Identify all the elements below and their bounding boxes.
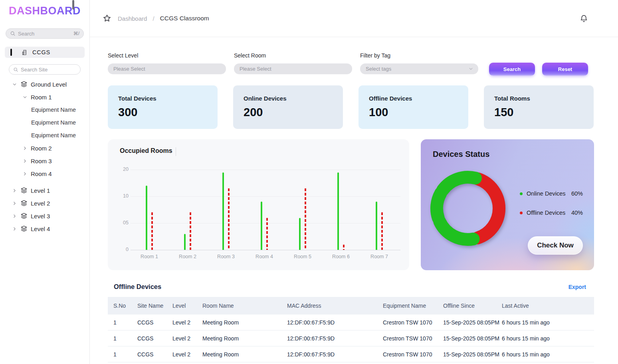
tree-item-equipment-name[interactable]: Equipment Name bbox=[0, 103, 89, 116]
stat-card-online-devices: Online Devices 200 bbox=[233, 85, 343, 129]
column-header: Offline Since bbox=[443, 303, 502, 309]
tree-item-room-3[interactable]: Room 3 bbox=[0, 154, 89, 167]
reset-button[interactable]: Reset bbox=[542, 63, 588, 76]
legend-offline: Offline Devices 40% bbox=[520, 210, 583, 216]
select-level-input[interactable] bbox=[108, 63, 226, 74]
tree-item-label: Level 1 bbox=[31, 187, 50, 194]
column-header: Equipment Name bbox=[383, 303, 443, 309]
table-header-row: S.No Site Name Level Room Name MAC Addre… bbox=[108, 297, 594, 315]
chart-bar-vacant bbox=[305, 188, 306, 250]
chevron-right-icon[interactable] bbox=[12, 201, 17, 206]
occupied-rooms-chart: 2010050Room 1Room 2Room 3Room 4Room 5Roo… bbox=[108, 139, 409, 270]
site-search-input[interactable] bbox=[21, 67, 76, 73]
stat-value: 200 bbox=[244, 106, 333, 119]
chevron-down-icon[interactable] bbox=[468, 66, 473, 71]
x-axis-label: Room 5 bbox=[287, 254, 319, 259]
chart-bar-vacant bbox=[343, 245, 345, 250]
sidebar-scrollbar[interactable] bbox=[72, 0, 74, 10]
chevron-right-icon[interactable] bbox=[12, 214, 17, 219]
chevron-right-icon[interactable] bbox=[22, 146, 28, 151]
search-button[interactable]: Search bbox=[489, 63, 535, 76]
chart-bar-occupied bbox=[337, 172, 339, 250]
chart-bar-occupied bbox=[146, 186, 147, 250]
main-area: Dashboard / CCGS Classroom Select Level … bbox=[90, 0, 618, 364]
favorite-star-icon[interactable] bbox=[103, 14, 111, 23]
filter-actions: Search Reset bbox=[489, 52, 588, 76]
tree-item-label: Room 3 bbox=[31, 158, 52, 164]
breadcrumb-current: CCGS Classroom bbox=[160, 15, 209, 22]
legend-label: Offline Devices bbox=[527, 210, 565, 216]
legend-online: Online Devices 60% bbox=[520, 190, 583, 197]
chart-bar-vacant bbox=[190, 212, 191, 250]
table-cell: Level 2 bbox=[172, 351, 202, 358]
tree-item-ground-level[interactable]: Ground Level bbox=[0, 78, 89, 91]
tree-item-equipment-name[interactable]: Equipment Name bbox=[0, 116, 89, 129]
chevron-right-icon[interactable] bbox=[12, 226, 17, 231]
table-cell: 6 hours 15 min ago bbox=[502, 351, 594, 358]
tree-item-level-1[interactable]: Level 1 bbox=[0, 184, 89, 197]
chart-bar-vacant bbox=[381, 212, 383, 250]
chevron-right-icon[interactable] bbox=[22, 171, 28, 176]
tree-item-label: Room 2 bbox=[31, 145, 52, 152]
table-cell: 1 bbox=[113, 351, 137, 358]
table-cell: Crestron TSW 1070 bbox=[383, 335, 443, 342]
table-cell: Meeting Room bbox=[202, 351, 287, 358]
table-row: 1CCGSLevel 2Meeting Room12:DF:00:67:F5:9… bbox=[108, 346, 594, 362]
select-room-label: Select Room bbox=[234, 52, 352, 59]
breadcrumb-parent[interactable]: Dashboard bbox=[118, 15, 147, 22]
search-icon bbox=[13, 67, 18, 72]
tree-item-room-1[interactable]: Room 1 bbox=[0, 91, 89, 103]
legend-label: Online Devices bbox=[527, 190, 566, 197]
building-icon bbox=[22, 49, 28, 55]
tree-item-level-2[interactable]: Level 2 bbox=[0, 197, 89, 210]
select-tags-input[interactable] bbox=[360, 63, 478, 74]
chevron-right-icon[interactable] bbox=[12, 188, 17, 193]
column-header: Site Name bbox=[137, 303, 172, 309]
stat-card-offline-devices: Offline Devices 100 bbox=[359, 85, 468, 129]
table-cell: 15-Sep-2025 08:05PM bbox=[443, 335, 502, 342]
global-search[interactable]: ⌘/ bbox=[6, 28, 84, 39]
filter-by-tag: Filter by Tag bbox=[360, 52, 478, 74]
y-axis-tick: 0 bbox=[115, 247, 129, 252]
tree-item-room-4[interactable]: Room 4 bbox=[0, 167, 89, 180]
tree-item-label: Room 4 bbox=[31, 170, 52, 177]
filter-by-tag-label: Filter by Tag bbox=[360, 52, 478, 59]
export-link[interactable]: Export bbox=[568, 284, 586, 290]
tree-item-level-3[interactable]: Level 3 bbox=[0, 210, 89, 222]
breadcrumb-separator: / bbox=[153, 15, 154, 22]
tree-item-level-4[interactable]: Level 4 bbox=[0, 222, 89, 235]
search-input[interactable] bbox=[18, 31, 71, 37]
select-room-input[interactable] bbox=[234, 63, 352, 74]
tree-item-equipment-name[interactable]: Equipment Name bbox=[0, 129, 89, 142]
site-search[interactable] bbox=[9, 64, 81, 75]
table-body: 1CCGSLevel 2Meeting Room12:DF:00:67:F5:9… bbox=[108, 315, 594, 362]
y-axis-tick: 20 bbox=[115, 166, 129, 172]
tree-item-label: Room 1 bbox=[31, 94, 52, 101]
chevron-down-icon[interactable] bbox=[12, 82, 17, 87]
app-logo: DASHBOARD bbox=[0, 5, 89, 17]
sidebar-item-ccgs[interactable]: CCGS bbox=[5, 47, 85, 58]
x-axis-label: Room 7 bbox=[363, 254, 395, 259]
filters-bar: Select Level Select Room Filter by Tag bbox=[108, 52, 594, 76]
legend-value: 60% bbox=[571, 190, 583, 197]
tree-item-room-2[interactable]: Room 2 bbox=[0, 142, 89, 154]
chart-bar-occupied bbox=[261, 202, 262, 250]
table-cell: Meeting Room bbox=[202, 319, 287, 326]
table-cell: Level 2 bbox=[172, 319, 202, 326]
chevron-down-icon[interactable] bbox=[22, 95, 28, 100]
chevron-right-icon[interactable] bbox=[22, 158, 28, 164]
notifications-bell-icon[interactable] bbox=[580, 14, 588, 23]
grid-line bbox=[131, 223, 400, 224]
table-cell: 12:DF:00:67:F5:9D bbox=[287, 351, 383, 358]
x-axis-label: Room 3 bbox=[210, 254, 242, 259]
site-tree: Ground LevelRoom 1Equipment NameEquipmen… bbox=[0, 78, 89, 235]
x-axis-label: Room 4 bbox=[248, 254, 280, 259]
donut-legend: Online Devices 60% Offline Devices 40% bbox=[520, 190, 583, 229]
table-cell: CCGS bbox=[137, 351, 172, 358]
stat-label: Total Rooms bbox=[494, 95, 583, 102]
chart-bar-vacant bbox=[228, 188, 230, 250]
stat-label: Online Devices bbox=[244, 95, 333, 102]
chart-bar-vacant bbox=[151, 212, 153, 250]
check-now-button[interactable]: Check Now bbox=[528, 236, 583, 255]
legend-value: 40% bbox=[571, 210, 583, 216]
